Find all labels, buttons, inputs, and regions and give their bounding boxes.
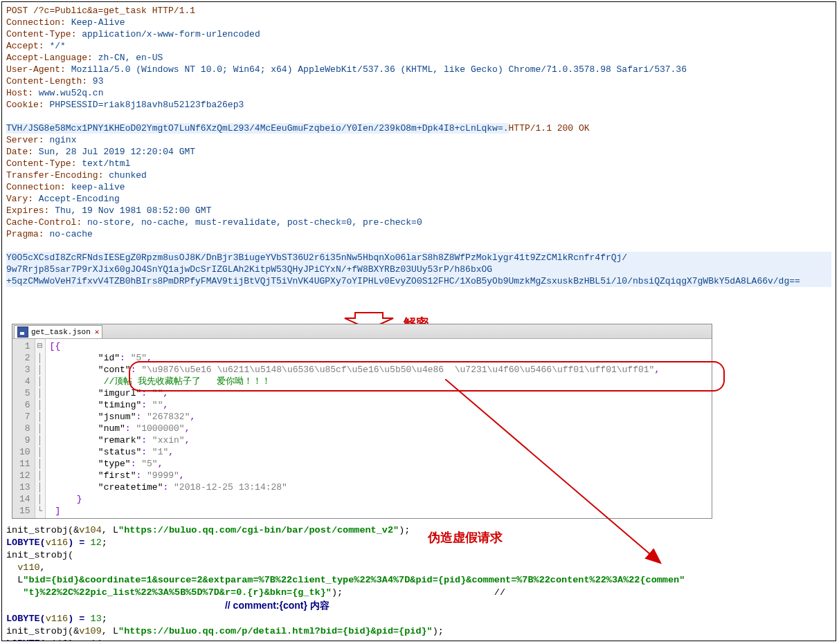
hdr-value: Keep-Alive [71, 17, 125, 28]
hdr-name: Connection [6, 17, 60, 28]
save-disk-icon [17, 326, 28, 338]
request-body: TVH/JSG8e58Mcx1PNY1KHEoD02YmgtO7LuNf6XzQ… [6, 123, 509, 134]
request-line: POST /?c=Public&a=get_task HTTP/1.1 [6, 5, 831, 17]
editor-code[interactable]: [{ "id": "5", "cont": "\u9876\u5e16 \u62… [46, 339, 712, 518]
editor-tab[interactable]: get_task.json ✕ [14, 325, 102, 338]
line-number-gutter: 1 2 3 4 5 6 7 8 9 10 11 12 13 14 15 [12, 339, 35, 518]
screenshot-frame: POST /?c=Public&a=get_task HTTP/1.1 Conn… [1, 1, 836, 641]
editor-tabbar: get_task.json ✕ [12, 324, 712, 339]
tab-filename: get_task.json [31, 328, 91, 336]
close-icon[interactable]: ✕ [95, 327, 100, 336]
http-exchange: POST /?c=Public&a=get_task HTTP/1.1 Conn… [2, 2, 836, 288]
json-editor-panel: get_task.json ✕ 1 2 3 4 5 6 7 8 9 10 11 … [12, 324, 712, 519]
comment-note: // comment:{cont} 内容 [225, 600, 330, 611]
fold-gutter: ⊟│││││││││││││└ [35, 339, 46, 518]
decompiled-code: init_strobj(&v104, L"https://buluo.qq.co… [6, 524, 831, 641]
status-line: HTTP/1.1 200 OK [509, 123, 590, 134]
response-body-line: Y0O5cXCsdI8ZcRFNdsIESEgZ0Rpzm8usOJ8K/DnB… [6, 252, 627, 263]
